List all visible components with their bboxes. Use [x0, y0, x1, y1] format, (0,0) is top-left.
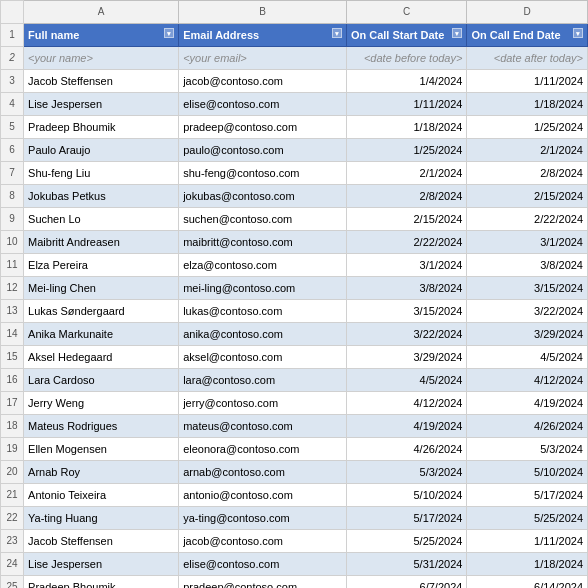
filter-icon-b[interactable]: ▾: [332, 28, 342, 38]
cell-email[interactable]: jacob@contoso.com: [179, 530, 347, 553]
cell-email[interactable]: lukas@contoso.com: [179, 300, 347, 323]
cell-end-date[interactable]: 2/1/2024: [467, 139, 588, 162]
cell-start-date[interactable]: 3/22/2024: [346, 323, 467, 346]
cell-start-date[interactable]: 5/25/2024: [346, 530, 467, 553]
cell-email[interactable]: anika@contoso.com: [179, 323, 347, 346]
cell-start-date[interactable]: 5/31/2024: [346, 553, 467, 576]
cell-email[interactable]: maibritt@contoso.com: [179, 231, 347, 254]
cell-fullname[interactable]: Mei-ling Chen: [24, 277, 179, 300]
cell-start-date[interactable]: 3/8/2024: [346, 277, 467, 300]
cell-email[interactable]: jokubas@contoso.com: [179, 185, 347, 208]
cell-end-date[interactable]: 3/22/2024: [467, 300, 588, 323]
cell-fullname[interactable]: Anika Markunaite: [24, 323, 179, 346]
cell-email[interactable]: jacob@contoso.com: [179, 70, 347, 93]
cell-fullname[interactable]: <your name>: [24, 47, 179, 70]
cell-start-date[interactable]: 1/25/2024: [346, 139, 467, 162]
cell-fullname[interactable]: Maibritt Andreasen: [24, 231, 179, 254]
cell-email[interactable]: <your email>: [179, 47, 347, 70]
cell-email[interactable]: antonio@contoso.com: [179, 484, 347, 507]
cell-end-date[interactable]: 1/18/2024: [467, 93, 588, 116]
cell-email[interactable]: paulo@contoso.com: [179, 139, 347, 162]
cell-email[interactable]: elise@contoso.com: [179, 93, 347, 116]
cell-end-date[interactable]: 5/17/2024: [467, 484, 588, 507]
cell-end-date[interactable]: 3/1/2024: [467, 231, 588, 254]
cell-email[interactable]: mateus@contoso.com: [179, 415, 347, 438]
cell-start-date[interactable]: 6/7/2024: [346, 576, 467, 589]
cell-end-date[interactable]: 6/14/2024: [467, 576, 588, 589]
cell-start-date[interactable]: 4/19/2024: [346, 415, 467, 438]
cell-end-date[interactable]: 5/25/2024: [467, 507, 588, 530]
cell-start-date[interactable]: 4/5/2024: [346, 369, 467, 392]
cell-end-date[interactable]: 5/10/2024: [467, 461, 588, 484]
cell-start-date[interactable]: 4/26/2024: [346, 438, 467, 461]
cell-fullname[interactable]: Pradeep Bhoumik: [24, 116, 179, 139]
cell-end-date[interactable]: 1/18/2024: [467, 553, 588, 576]
cell-start-date[interactable]: 4/12/2024: [346, 392, 467, 415]
cell-start-date[interactable]: 2/8/2024: [346, 185, 467, 208]
cell-fullname[interactable]: Pradeep Bhoumik: [24, 576, 179, 589]
cell-start-date[interactable]: 5/3/2024: [346, 461, 467, 484]
cell-email[interactable]: pradeep@contoso.com: [179, 116, 347, 139]
cell-email[interactable]: lara@contoso.com: [179, 369, 347, 392]
cell-start-date[interactable]: 1/4/2024: [346, 70, 467, 93]
cell-email[interactable]: elise@contoso.com: [179, 553, 347, 576]
cell-end-date[interactable]: 1/11/2024: [467, 530, 588, 553]
cell-fullname[interactable]: Ellen Mogensen: [24, 438, 179, 461]
cell-end-date[interactable]: 5/3/2024: [467, 438, 588, 461]
cell-end-date[interactable]: 2/8/2024: [467, 162, 588, 185]
cell-end-date[interactable]: 4/26/2024: [467, 415, 588, 438]
cell-fullname[interactable]: Elza Pereira: [24, 254, 179, 277]
filter-icon-d[interactable]: ▾: [573, 28, 583, 38]
cell-email[interactable]: pradeep@contoso.com: [179, 576, 347, 589]
cell-start-date[interactable]: <date before today>: [346, 47, 467, 70]
cell-start-date[interactable]: 2/22/2024: [346, 231, 467, 254]
cell-fullname[interactable]: Ya-ting Huang: [24, 507, 179, 530]
cell-fullname[interactable]: Jacob Steffensen: [24, 70, 179, 93]
cell-email[interactable]: arnab@contoso.com: [179, 461, 347, 484]
cell-start-date[interactable]: 3/15/2024: [346, 300, 467, 323]
cell-fullname[interactable]: Suchen Lo: [24, 208, 179, 231]
cell-fullname[interactable]: Lukas Søndergaard: [24, 300, 179, 323]
header-start-date[interactable]: On Call Start Date ▾: [346, 24, 467, 47]
cell-fullname[interactable]: Arnab Roy: [24, 461, 179, 484]
cell-end-date[interactable]: 3/8/2024: [467, 254, 588, 277]
cell-start-date[interactable]: 2/15/2024: [346, 208, 467, 231]
cell-end-date[interactable]: 3/29/2024: [467, 323, 588, 346]
cell-fullname[interactable]: Lise Jespersen: [24, 93, 179, 116]
cell-fullname[interactable]: Aksel Hedegaard: [24, 346, 179, 369]
cell-fullname[interactable]: Paulo Araujo: [24, 139, 179, 162]
cell-end-date[interactable]: 3/15/2024: [467, 277, 588, 300]
header-fullname[interactable]: Full name ▾: [24, 24, 179, 47]
cell-email[interactable]: jerry@contoso.com: [179, 392, 347, 415]
cell-fullname[interactable]: Antonio Teixeira: [24, 484, 179, 507]
cell-end-date[interactable]: 1/25/2024: [467, 116, 588, 139]
cell-end-date[interactable]: 4/5/2024: [467, 346, 588, 369]
cell-email[interactable]: mei-ling@contoso.com: [179, 277, 347, 300]
cell-start-date[interactable]: 3/1/2024: [346, 254, 467, 277]
cell-start-date[interactable]: 1/11/2024: [346, 93, 467, 116]
cell-fullname[interactable]: Jokubas Petkus: [24, 185, 179, 208]
cell-email[interactable]: suchen@contoso.com: [179, 208, 347, 231]
cell-end-date[interactable]: 4/12/2024: [467, 369, 588, 392]
filter-icon-a[interactable]: ▾: [164, 28, 174, 38]
cell-fullname[interactable]: Jerry Weng: [24, 392, 179, 415]
cell-fullname[interactable]: Mateus Rodrigues: [24, 415, 179, 438]
cell-end-date[interactable]: 2/15/2024: [467, 185, 588, 208]
cell-fullname[interactable]: Lise Jespersen: [24, 553, 179, 576]
cell-fullname[interactable]: Lara Cardoso: [24, 369, 179, 392]
header-end-date[interactable]: On Call End Date ▾: [467, 24, 588, 47]
cell-email[interactable]: ya-ting@contoso.com: [179, 507, 347, 530]
cell-end-date[interactable]: 2/22/2024: [467, 208, 588, 231]
cell-end-date[interactable]: 1/11/2024: [467, 70, 588, 93]
header-email[interactable]: Email Address ▾: [179, 24, 347, 47]
cell-email[interactable]: aksel@contoso.com: [179, 346, 347, 369]
cell-fullname[interactable]: Jacob Steffensen: [24, 530, 179, 553]
cell-start-date[interactable]: 2/1/2024: [346, 162, 467, 185]
cell-start-date[interactable]: 5/10/2024: [346, 484, 467, 507]
cell-email[interactable]: shu-feng@contoso.com: [179, 162, 347, 185]
filter-icon-c[interactable]: ▾: [452, 28, 462, 38]
cell-start-date[interactable]: 5/17/2024: [346, 507, 467, 530]
cell-fullname[interactable]: Shu-feng Liu: [24, 162, 179, 185]
cell-email[interactable]: eleonora@contoso.com: [179, 438, 347, 461]
cell-end-date[interactable]: 4/19/2024: [467, 392, 588, 415]
